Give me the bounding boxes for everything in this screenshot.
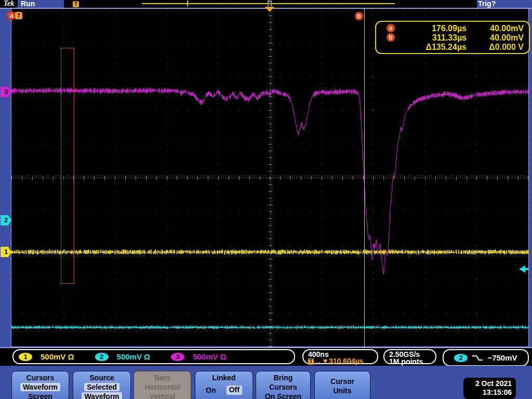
bars-menu-title: Bars [134,373,191,382]
ch3-badge[interactable]: 3 [171,353,184,361]
datetime-display: 2 Oct 2021 13:15:06 [463,378,516,399]
record-window-bracket-icon [268,1,272,6]
record-trigger-tick [187,1,188,6]
cursor-b-label-badge: b [387,33,395,42]
cursor-b-value: 40.00mV [490,33,524,43]
trigger-level-arrow-head [519,265,525,273]
time-value: 13:15:06 [463,388,512,397]
source-value-line1[interactable]: Selected [84,383,119,391]
cursor-b-row: b 311.33µs 40.00mV [376,33,529,43]
source-value-line2[interactable]: Waveform [82,392,122,399]
delay-value: 310.604µs [329,358,363,365]
status-bar: 1 500mV Ω 2 500mV Ω 3 500mV Ω 400ns T →▼… [0,347,532,366]
acquisition-box[interactable]: 2.50GS/s 1M points [383,349,436,364]
cursor-b-badge[interactable]: b [355,12,363,20]
source-menu-title: Source [73,373,130,382]
zoom-region-box[interactable] [61,48,74,284]
waveform-display-area[interactable] [11,8,529,347]
channel-1-marker[interactable]: 1 [1,247,11,257]
ch1-scale: 500mV Ω [41,352,74,361]
linked-menu-title: Linked [195,373,252,382]
trigger-level-arrow-tail [525,268,528,270]
bring-line1: Bring [256,373,310,382]
record-length: 1M points [389,358,435,365]
channel-readout-box[interactable]: 1 500mV Ω 2 500mV Ω 3 500mV Ω [12,349,295,364]
cursor-b-line[interactable] [364,8,365,347]
trigger-source-badge: 2 [454,354,468,362]
cursors-menu-button[interactable]: Cursors Waveform Screen [11,371,69,399]
linked-on-option[interactable]: On [206,385,216,395]
delay-trigger-t-icon: T [308,358,314,365]
cursor-units-button[interactable]: Cursor Units [314,371,370,399]
bring-line3: On Screen [256,392,310,399]
ch2-scale: 500mV Ω [117,352,151,361]
trigger-level: −750mV [487,353,517,362]
cursor-a-time: 176.09µs [432,23,467,33]
cursors-option-waveform[interactable]: Waveform [20,383,60,391]
bottom-menu-bar: Cursors Waveform Screen Source Selected … [0,366,532,399]
cursors-option-screen[interactable]: Screen [12,392,69,399]
bring-cursors-button[interactable]: Bring Cursors On Screen [256,371,311,399]
channel-2-marker[interactable]: 2 [1,215,11,225]
date-value: 2 Oct 2021 [463,379,512,388]
offscreen-cursor-a-badge: a [7,11,16,20]
sample-rate: 2.50GS/s [389,351,435,358]
bars-option-horizontal: Horizontal [134,382,191,392]
ch2-badge[interactable]: 2 [95,353,109,361]
delay-readout: T →▼ 310.604µs [308,358,377,365]
units-line1: Cursor [315,377,370,386]
units-line2: Units [315,386,370,395]
tek-logo: Tek [0,0,18,8]
falling-edge-icon [472,354,483,362]
expansion-point-marker-icon[interactable] [265,7,274,12]
bring-line2: Cursors [256,382,310,392]
channel-3-marker[interactable]: 3 [1,87,11,97]
oscilloscope-screen: T Tek Run Trig? b a T 3 2 1 a 176.09µs 4… [0,0,532,399]
timebase-box[interactable]: 400ns T →▼ 310.604µs [302,349,378,364]
delay-arrow-icon: →▼ [314,358,329,365]
cursor-a-label-badge: a [387,24,395,32]
cursor-delta-time: Δ135.24µs [425,42,467,52]
linked-toggle-button[interactable]: Linked On Off [195,371,253,399]
waveform-canvas [11,9,528,347]
cursor-a-value: 40.00mV [490,23,524,33]
cursor-b-time: 311.33µs [432,33,467,43]
bars-menu-button: Bars Horizontal Vertical [134,371,191,399]
trigger-status: Trig? [478,0,496,8]
acquisition-status: Run [21,0,35,8]
ch1-badge[interactable]: 1 [19,353,32,361]
cursor-delta-value: Δ0.000 V [489,42,524,52]
cursor-delta-row: Δ135.24µs Δ0.000 V [376,42,529,52]
cursors-menu-title: Cursors [12,373,69,382]
cursor-a-row: a 176.09µs 40.00mV [376,23,529,33]
record-trigger-t-icon: T [73,1,79,7]
trigger-level-arrow-icon[interactable] [519,265,528,273]
cursor-readout-box: a 176.09µs 40.00mV b 311.33µs 40.00mV Δ1… [375,21,530,54]
bars-option-vertical: Vertical [134,392,191,399]
linked-off-option[interactable]: Off [227,385,242,395]
source-menu-button[interactable]: Source Selected Waveform [73,371,131,399]
ch3-scale: 500mV Ω [193,352,227,361]
trigger-box[interactable]: 2 −750mV [443,349,529,366]
offscreen-trigger-t-badge: T [15,12,22,19]
